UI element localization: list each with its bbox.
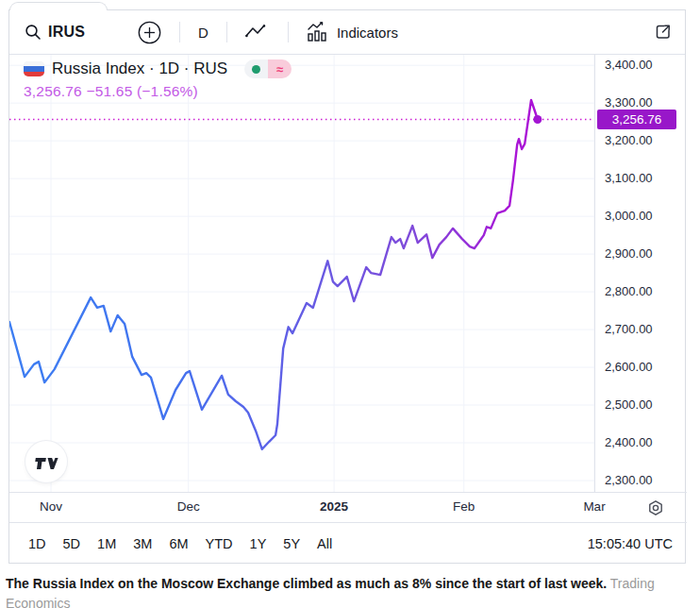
russia-flag-icon — [24, 61, 44, 76]
range-button-5d[interactable]: 5D — [63, 534, 81, 553]
compare-add-button[interactable] — [138, 21, 161, 44]
legend-change: −51.65 (−1.56%) — [86, 83, 197, 99]
chart-type-button[interactable] — [245, 24, 270, 41]
x-axis-label-mar: Mar — [583, 499, 605, 514]
tradingview-logo[interactable] — [25, 441, 67, 482]
symbol-search[interactable]: IRUS — [25, 24, 85, 41]
line-chart-icon — [245, 24, 270, 41]
range-button-ytd[interactable]: YTD — [206, 534, 233, 553]
clock-utc: 15:05:40 UTC — [588, 536, 673, 551]
market-open-dot-icon — [252, 65, 260, 74]
last-price-label: 3,256.76 — [597, 110, 676, 129]
y-axis-label: 2,600.00 — [605, 360, 653, 374]
y-axis-label: 2,800.00 — [605, 284, 653, 298]
x-axis-label-nov: Nov — [40, 499, 62, 514]
export-button[interactable] — [653, 22, 674, 42]
legend-last-price: 3,256.76 — [24, 83, 82, 99]
indicators-icon — [307, 22, 329, 42]
range-button-1y[interactable]: 1Y — [250, 534, 267, 553]
axis-settings-gear-icon[interactable] — [647, 499, 664, 520]
chart-region: 3,256.76 3,400.003,300.003,200.003,100.0… — [9, 55, 687, 492]
last-price-dot — [533, 115, 542, 124]
y-axis-label: 2,400.00 — [605, 435, 653, 449]
price-chart[interactable] — [9, 55, 594, 492]
y-axis-label: 3,100.00 — [605, 171, 653, 185]
widget-tab-edge — [9, 2, 108, 10]
time-axis[interactable]: NovDec2025FebMar — [9, 492, 687, 522]
indicators-button[interactable]: Indicators — [307, 22, 398, 42]
caption-text: The Russia Index on the Moscow Exchange … — [6, 576, 607, 591]
toolbar-separator — [288, 22, 289, 42]
tradingview-widget: IRUS D — [8, 9, 686, 564]
y-axis-label: 3,200.00 — [605, 133, 653, 147]
chart-legend: Russia Index · 1D · RUS ≈ 3,256.76 −51.6… — [24, 59, 292, 100]
y-axis-label: 3,400.00 — [605, 58, 653, 72]
range-button-5y[interactable]: 5Y — [283, 534, 300, 553]
y-axis-label: 2,500.00 — [605, 397, 653, 412]
legend-title: Russia Index · 1D · RUS — [52, 59, 227, 78]
legend-price-row: 3,256.76 −51.65 (−1.56%) — [24, 83, 292, 100]
market-status-pill[interactable]: ≈ — [244, 59, 292, 78]
toolbar-separator — [226, 22, 227, 42]
y-axis-label: 3,000.00 — [605, 209, 653, 223]
price-axis[interactable]: 3,256.76 3,400.003,300.003,200.003,100.0… — [594, 55, 686, 492]
x-axis-label-2025: 2025 — [320, 499, 348, 514]
range-button-1m[interactable]: 1M — [97, 534, 116, 553]
x-axis-label-feb: Feb — [453, 499, 475, 514]
range-button-6m[interactable]: 6M — [169, 534, 188, 553]
range-button-3m[interactable]: 3M — [133, 534, 152, 553]
range-button-all[interactable]: All — [317, 534, 332, 553]
interval-label: D — [198, 25, 208, 41]
indicators-label: Indicators — [337, 25, 398, 41]
y-axis-label: 3,300.00 — [605, 95, 653, 110]
tradingview-logo-icon — [34, 454, 58, 469]
top-toolbar: IRUS D — [9, 10, 685, 55]
range-button-1d[interactable]: 1D — [28, 534, 46, 553]
y-axis-label: 2,300.00 — [605, 473, 653, 487]
symbol-label: IRUS — [48, 24, 85, 41]
delayed-data-badge: ≈ — [268, 59, 292, 78]
y-axis-label: 2,700.00 — [605, 322, 653, 336]
caption: The Russia Index on the Moscow Exchange … — [6, 574, 696, 608]
y-axis-label: 2,900.00 — [605, 246, 653, 261]
search-icon — [25, 24, 42, 41]
export-icon — [653, 22, 674, 42]
flag-stripe-red — [24, 72, 44, 76]
x-axis-label-dec: Dec — [177, 499, 200, 514]
chart-canvas — [9, 55, 594, 492]
range-toolbar: 1D5D1M3M6MYTD1Y5YAll15:05:40 UTC — [9, 522, 687, 564]
interval-button[interactable]: D — [198, 25, 208, 41]
market-open-badge — [244, 59, 268, 78]
page: IRUS D — [0, 0, 700, 608]
toolbar-separator — [179, 22, 180, 42]
plus-icon — [138, 21, 161, 44]
price-line-series — [9, 100, 538, 449]
